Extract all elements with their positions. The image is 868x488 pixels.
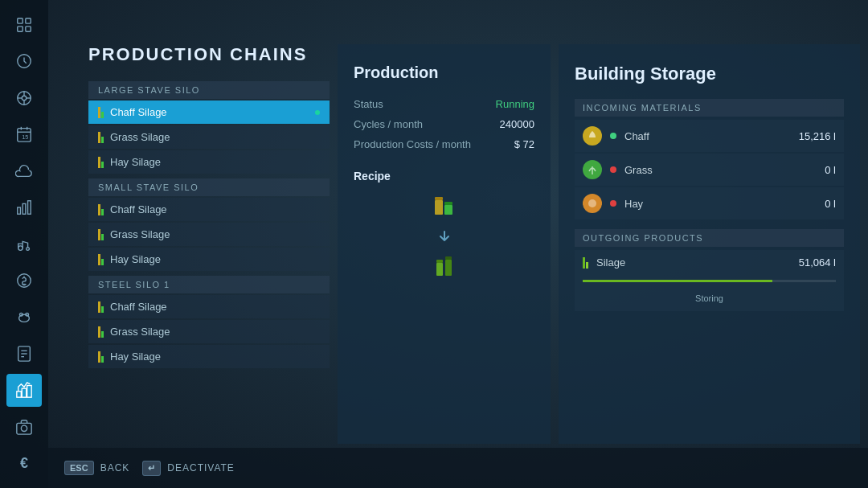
chain-item-small-chaff[interactable]: Chaff Silage (88, 198, 330, 221)
chaff-icon (583, 126, 602, 146)
section-header-large-stave: LARGE STAVE SILO (88, 81, 330, 99)
sidebar-item-finance[interactable] (6, 264, 42, 297)
section-header-small-stave: SMALL STAVE SILO (88, 178, 330, 196)
deactivate-label: DEACTIVATE (167, 462, 235, 474)
silage-progress-container (583, 280, 836, 282)
cycles-value: 240000 (500, 118, 534, 130)
sidebar-item-time[interactable] (6, 44, 42, 77)
chain-item-small-grass[interactable]: Grass Silage (88, 223, 330, 246)
svg-point-23 (20, 314, 23, 317)
item-icon-small-chaff (98, 204, 104, 215)
recipe-input-icon (432, 194, 457, 219)
sidebar-item-camera[interactable] (6, 410, 42, 443)
svg-rect-31 (27, 386, 31, 398)
item-icon-large-chaff (98, 107, 104, 118)
silage-status: Storing (695, 293, 723, 303)
sidebar-item-tractor[interactable] (6, 228, 42, 260)
chain-item-small-hay[interactable]: Hay Silage (88, 248, 330, 271)
section-header-steel-silo: STEEL SILO 1 (88, 276, 330, 293)
costs-row: Production Costs / month $ 72 (354, 138, 534, 150)
svg-rect-37 (444, 202, 452, 205)
sidebar-item-animal[interactable] (6, 301, 42, 334)
grass-value: 0 l (825, 164, 836, 176)
sidebar-item-stats[interactable] (6, 191, 42, 223)
sidebar: 15 (0, 0, 48, 488)
outgoing-header: OUTGOING PRODUCTS (575, 229, 844, 247)
status-row: Status Running (354, 98, 534, 110)
sidebar-item-euro[interactable]: € (6, 447, 42, 480)
chaff-name: Chaff (624, 130, 791, 142)
item-icon-small-grass (98, 229, 104, 240)
chain-item-steel-chaff[interactable]: Chaff Silage (88, 295, 330, 318)
status-value: Running (496, 98, 534, 110)
svg-point-6 (22, 96, 27, 100)
recipe-arrow-icon (432, 224, 457, 250)
status-label: Status (354, 98, 383, 110)
deactivate-button[interactable]: ↵ DEACTIVATE (142, 461, 235, 476)
item-icon-steel-hay (98, 351, 104, 363)
recipe-title: Recipe (354, 170, 534, 182)
storage-item-chaff: Chaff 15,216 l (575, 120, 844, 152)
chain-item-label: Hay Silage (110, 253, 161, 265)
silage-row: Silage 51,064 l (583, 256, 836, 269)
hay-value: 0 l (825, 198, 836, 210)
svg-point-33 (21, 425, 27, 431)
item-icon-steel-chaff (98, 301, 104, 313)
svg-rect-29 (17, 392, 22, 397)
svg-rect-1 (26, 18, 31, 23)
sidebar-item-overview[interactable] (6, 8, 42, 41)
deactivate-key: ↵ (142, 461, 161, 476)
hay-name: Hay (624, 198, 817, 210)
chain-item-large-hay[interactable]: Hay Silage (88, 150, 330, 174)
svg-point-19 (18, 245, 23, 250)
incoming-header: INCOMING MATERIALS (575, 99, 844, 117)
chain-item-label: Chaff Silage (110, 106, 167, 118)
chain-item-large-chaff[interactable]: Chaff Silage (88, 100, 330, 124)
svg-point-42 (588, 199, 596, 207)
sidebar-item-contracts[interactable] (6, 337, 42, 370)
silage-progress-bar (583, 280, 772, 282)
svg-rect-35 (444, 205, 452, 215)
item-icon-small-hay (98, 254, 104, 265)
grass-name: Grass (624, 164, 817, 176)
chain-item-label: Chaff Silage (110, 203, 167, 215)
chain-list: LARGE STAVE SILO Chaff Silage Grass Sila… (88, 78, 330, 368)
sidebar-item-calendar[interactable]: 15 (6, 117, 42, 150)
grass-icon (583, 160, 602, 179)
hay-status-dot (610, 200, 616, 207)
cycles-label: Cycles / month (354, 118, 423, 130)
chaff-value: 15,216 l (799, 130, 836, 142)
chain-item-steel-grass[interactable]: Grass Silage (88, 320, 330, 343)
recipe-icons (354, 194, 534, 281)
svg-point-24 (26, 314, 29, 317)
chain-item-label: Grass Silage (110, 326, 170, 338)
svg-rect-41 (445, 256, 452, 260)
svg-rect-2 (18, 27, 23, 31)
recipe-output-icon (432, 255, 457, 281)
bottom-bar: ESC BACK ↵ DEACTIVATE (48, 448, 868, 488)
production-title: Production (354, 64, 534, 82)
svg-rect-30 (22, 389, 27, 398)
grass-status-dot (610, 166, 616, 173)
hay-icon (583, 194, 602, 213)
svg-rect-16 (18, 207, 21, 214)
production-chains-title: PRODUCTION CHAINS (88, 44, 330, 65)
back-button[interactable]: ESC BACK (64, 461, 129, 475)
chaff-status-dot (610, 133, 616, 139)
chain-item-steel-hay[interactable]: Hay Silage (88, 345, 330, 368)
sidebar-item-production[interactable] (6, 374, 42, 407)
chain-item-label: Hay Silage (110, 351, 161, 363)
svg-rect-38 (436, 263, 443, 276)
back-label: BACK (100, 462, 130, 474)
silage-name: Silage (596, 256, 791, 269)
recipe-section: Recipe (354, 170, 534, 281)
costs-label: Production Costs / month (354, 138, 471, 150)
sidebar-item-steering[interactable] (6, 81, 42, 114)
item-icon-large-hay (98, 157, 104, 168)
storage-item-grass: Grass 0 l (575, 154, 844, 186)
sidebar-item-weather[interactable] (6, 154, 42, 187)
chain-item-large-grass[interactable]: Grass Silage (88, 125, 330, 149)
cycles-row: Cycles / month 240000 (354, 118, 534, 130)
chain-item-label: Chaff Silage (110, 301, 167, 313)
costs-value: $ 72 (514, 138, 534, 150)
